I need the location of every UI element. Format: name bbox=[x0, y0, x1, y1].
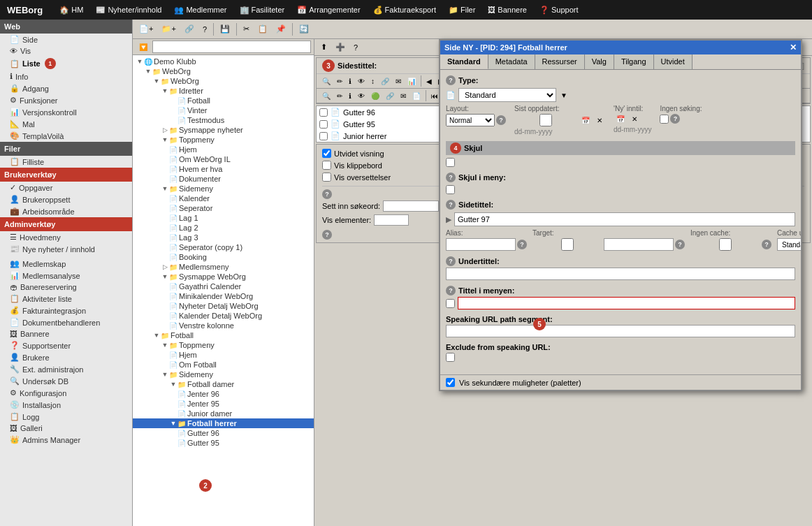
type-arrow-btn[interactable]: ▼ bbox=[558, 90, 570, 101]
sidebar-item-aktiviteter[interactable]: 📋 Aktiviteter liste bbox=[0, 293, 132, 305]
ed2-info[interactable]: ℹ bbox=[346, 91, 354, 101]
modal-tab-standard[interactable]: Standard bbox=[440, 54, 488, 69]
tree-node-fotball-section[interactable]: ▼ 📁 Fotball bbox=[133, 330, 314, 340]
tree-node-lag3[interactable]: 📄 Lag 3 bbox=[133, 233, 314, 242]
ed2-mail[interactable]: ✉ bbox=[398, 91, 409, 101]
tree-node-lag2[interactable]: 📄 Lag 2 bbox=[133, 223, 314, 233]
tree-node-dokumenter[interactable]: 📄 Dokumenter bbox=[133, 174, 314, 184]
ed-link[interactable]: 🔗 bbox=[378, 76, 392, 87]
sidebar-item-supportsenter[interactable]: ❓ Supportsenter bbox=[0, 339, 132, 351]
sidebar-item-medlemsanalyse[interactable]: 📊 Medlemsanalyse bbox=[0, 270, 132, 282]
cache-select[interactable]: Standard bbox=[777, 238, 801, 251]
tree-node-jenter96[interactable]: 📄 Jenter 96 bbox=[133, 389, 314, 399]
sidebar-item-vis[interactable]: 👁 Vis bbox=[0, 45, 132, 57]
tree-node-fotball-herrer[interactable]: ▼ 📁 Fotball herrer bbox=[133, 418, 314, 428]
tree-node-gayathri[interactable]: 📄 Gayathri Calender bbox=[133, 282, 314, 291]
nav-medlemmer[interactable]: 👥 Medlemmer bbox=[168, 3, 232, 17]
sidebar-item-admins-manager[interactable]: 👑 Admins Manager bbox=[0, 434, 132, 446]
ed2-edit[interactable]: ✏ bbox=[334, 91, 345, 101]
layout-select[interactable]: Normal bbox=[446, 114, 495, 126]
tree-node-sysmappe-weborg[interactable]: ▼ 📁 Sysmappe WebOrg bbox=[133, 272, 314, 282]
ed2-search[interactable]: 🔍 bbox=[319, 91, 333, 101]
ingen-soking-help[interactable]: ? bbox=[670, 114, 680, 124]
type-select[interactable]: Standard bbox=[458, 88, 556, 102]
skjul-check[interactable] bbox=[446, 158, 455, 167]
tree-node-lag1[interactable]: 📄 Lag 1 bbox=[133, 213, 314, 223]
page-check-junior-herrer[interactable] bbox=[319, 132, 328, 140]
toolbar-btn-paste[interactable]: 📌 bbox=[273, 22, 289, 36]
nav-support[interactable]: ❓ Support bbox=[534, 3, 584, 17]
target-check[interactable] bbox=[532, 238, 602, 251]
search-sokeord-input[interactable] bbox=[383, 200, 439, 212]
expand-fotball-herrer[interactable]: ▼ bbox=[169, 420, 177, 427]
tree-node-sidemeny-fotball[interactable]: ▼ 📁 Sidemeny bbox=[133, 370, 314, 379]
tree-node-separator[interactable]: 📄 Seperator bbox=[133, 203, 314, 213]
tittel-meny-check[interactable] bbox=[446, 299, 455, 308]
ingen-cache-check[interactable] bbox=[690, 238, 760, 251]
ed-search[interactable]: 🔍 bbox=[319, 76, 333, 87]
tree-node-sidemeny[interactable]: ▼ 📁 Sidemeny bbox=[133, 184, 314, 193]
modal-tab-metadata[interactable]: Metadata bbox=[488, 54, 535, 69]
tree-node-booking[interactable]: 📄 Booking bbox=[133, 252, 314, 262]
sidebar-item-fakturaintegrasjon[interactable]: 💰 Fakturaintegrasjon bbox=[0, 305, 132, 316]
ed2-hide[interactable]: 👁 bbox=[355, 91, 368, 101]
page-check-gutter95[interactable] bbox=[319, 120, 328, 129]
ed2-doc[interactable]: 📄 bbox=[409, 91, 423, 101]
search-help-icon[interactable]: ? bbox=[322, 189, 332, 199]
sidebar-section-bruker[interactable]: Brukerverktøy bbox=[0, 168, 132, 182]
tree-node-medlemsmeny[interactable]: ▷ 📁 Medlemsmeny bbox=[133, 262, 314, 272]
nav-arrangementer[interactable]: 📅 Arrangementer bbox=[291, 3, 365, 17]
sidebar-item-arbeidsomrade[interactable]: 💼 Arbeidsområde bbox=[0, 205, 132, 217]
modal-tab-ressurser[interactable]: Ressurser bbox=[535, 54, 585, 69]
ed-edit[interactable]: ✏ bbox=[334, 76, 345, 87]
tree-node-venstre-kolonne[interactable]: 📄 Venstre kolonne bbox=[133, 321, 314, 330]
ingen-cache-help[interactable]: ? bbox=[762, 240, 771, 249]
ingen-soking-check[interactable] bbox=[660, 115, 669, 124]
exclude-speaking-check[interactable] bbox=[446, 353, 455, 362]
tree-node-sysmappe-nyheter[interactable]: ▷ 📁 Sysmappe nyheter bbox=[133, 125, 314, 135]
sidebar-item-templavoila[interactable]: 🎨 TemplaVoilà bbox=[0, 130, 132, 142]
nav-faktura[interactable]: 💰 Fakturaeksport bbox=[368, 3, 442, 17]
toolbar-btn-shortcut[interactable]: 🔗 bbox=[181, 22, 198, 36]
toolbar-btn-copy[interactable]: 📋 bbox=[254, 22, 271, 36]
check-klippebord[interactable] bbox=[322, 161, 331, 170]
page-check-gutter96[interactable] bbox=[319, 108, 328, 117]
expand-medlemsmeny[interactable]: ▷ bbox=[161, 263, 169, 270]
tree-node-jenter95[interactable]: 📄 Jenter 95 bbox=[133, 399, 314, 409]
sidebar-item-hovedmeny[interactable]: ☰ Hovedmeny bbox=[0, 231, 132, 243]
tree-node-demo-klubb[interactable]: ▼ 🌐 Demo Klubb bbox=[133, 57, 314, 66]
toolbar-btn-help[interactable]: ? bbox=[199, 23, 210, 36]
sidebar-item-info[interactable]: ℹ Info bbox=[0, 71, 132, 82]
expand-sidemeny[interactable]: ▼ bbox=[161, 185, 169, 192]
undertittel-help[interactable]: ? bbox=[446, 256, 456, 266]
check-utvidet[interactable] bbox=[322, 149, 331, 158]
sist-oppdatert-clear[interactable]: ✕ bbox=[594, 115, 605, 126]
sidebar-item-versjon[interactable]: 📊 Versjonskontroll bbox=[0, 106, 132, 118]
tree-node-junior-damer[interactable]: 📄 Junior damer bbox=[133, 409, 314, 418]
sidebar-item-filliste[interactable]: 📋 Filliste bbox=[0, 156, 132, 168]
tree-node-minikalender[interactable]: 📄 Minikalender WebOrg bbox=[133, 291, 314, 301]
sist-oppdatert-cal[interactable]: 📅 bbox=[579, 115, 593, 126]
ed2-green[interactable]: 🟢 bbox=[368, 91, 382, 101]
tree-node-hjem[interactable]: 📄 Hjem bbox=[133, 145, 314, 154]
tree-node-testmodus[interactable]: ▷ 📄 Testmodus bbox=[133, 115, 314, 125]
tree-node-gutter95[interactable]: 📄 Gutter 95 bbox=[133, 438, 314, 448]
tree-node-fotball-damer[interactable]: ▼ 📁 Fotball damer bbox=[133, 379, 314, 389]
toolbar-btn-cut[interactable]: ✂ bbox=[240, 22, 253, 36]
sidebar-item-funksjoner[interactable]: ⚙ Funksjoner bbox=[0, 94, 132, 106]
skjul-meny-check[interactable] bbox=[446, 185, 455, 194]
skjul-meny-help[interactable]: ? bbox=[446, 173, 456, 182]
expand-sidemeny-fotball[interactable]: ▼ bbox=[161, 371, 169, 378]
expand-fotball-damer[interactable]: ▼ bbox=[169, 381, 177, 388]
sidebar-item-galleri[interactable]: 🖼 Galleri bbox=[0, 423, 132, 434]
expand-fotball-section[interactable]: ▼ bbox=[152, 332, 161, 339]
nav-bannere[interactable]: 🖼 Bannere bbox=[482, 3, 532, 16]
vis-help-icon[interactable]: ? bbox=[322, 230, 332, 240]
tree-node-om-fotball[interactable]: 📄 Om Fotball bbox=[133, 360, 314, 370]
sidebar-item-undersok[interactable]: 🔍 Undersøk DB bbox=[0, 375, 132, 387]
modal-tab-valg[interactable]: Valg bbox=[585, 54, 614, 69]
sist-oppdatert-check[interactable] bbox=[514, 114, 577, 126]
expand-sysmappe-nyheter[interactable]: ▷ bbox=[161, 126, 169, 133]
alias-input[interactable] bbox=[446, 238, 516, 251]
sidebar-item-nye-nyheter[interactable]: 📰 Nye nyheter / innhold bbox=[0, 243, 132, 255]
